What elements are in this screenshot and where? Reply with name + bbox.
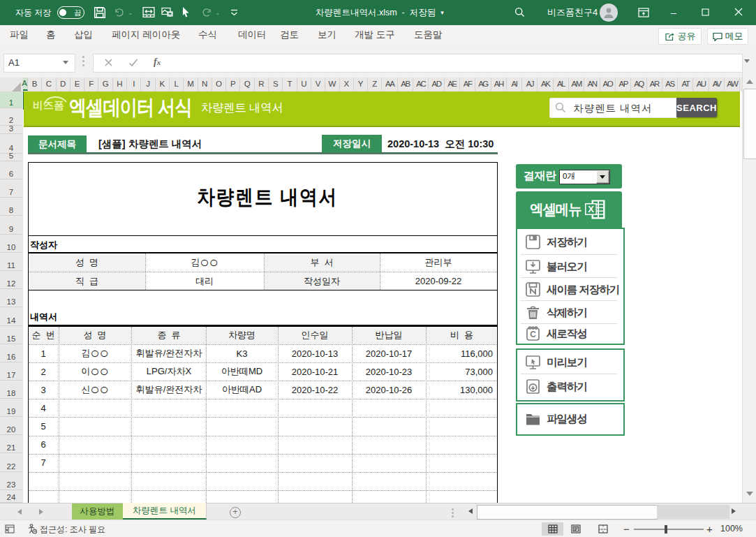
svg-text:C: C xyxy=(530,330,536,339)
svg-text:X: X xyxy=(588,204,594,214)
